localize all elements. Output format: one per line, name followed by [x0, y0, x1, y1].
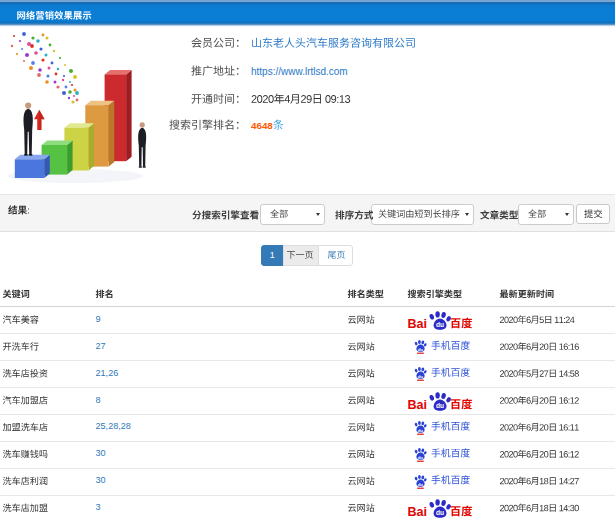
- svg-text:du: du: [417, 374, 423, 379]
- svg-text:Bai: Bai: [408, 505, 428, 519]
- svg-text:du: du: [417, 481, 423, 486]
- svg-text:Bai: Bai: [408, 397, 428, 411]
- svg-text:du: du: [417, 347, 423, 352]
- svg-text:du: du: [436, 509, 444, 516]
- svg-text:du: du: [436, 321, 444, 328]
- svg-text:Bai: Bai: [408, 316, 428, 330]
- svg-text:du: du: [436, 402, 444, 409]
- svg-text:du: du: [417, 427, 423, 432]
- svg-text:du: du: [417, 454, 423, 459]
